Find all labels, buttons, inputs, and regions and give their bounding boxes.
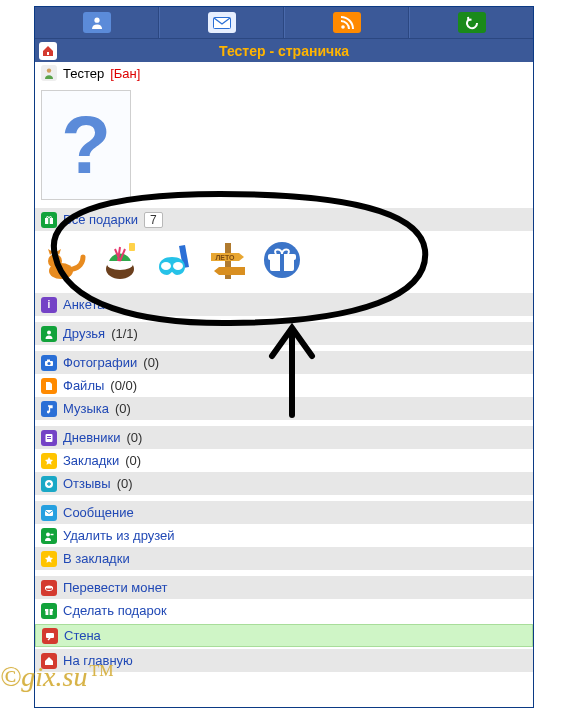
anketa-link[interactable]: Анкета xyxy=(63,297,105,312)
wall-row: Стена xyxy=(35,624,533,647)
message-row: Сообщение xyxy=(35,501,533,524)
make-gift-link[interactable]: Сделать подарок xyxy=(63,603,167,618)
files-count: (0/0) xyxy=(110,378,137,393)
wall-icon xyxy=(42,628,58,644)
home-row: На главную xyxy=(35,649,533,672)
gifts-header-row: Все подарки 7 xyxy=(35,208,533,231)
music-row: Музыка (0) xyxy=(35,397,533,420)
home-link[interactable]: На главную xyxy=(63,653,133,668)
music-icon xyxy=(41,401,57,417)
to-bookmarks-row: В закладки xyxy=(35,547,533,570)
svg-point-2 xyxy=(341,25,345,29)
user-status: [Бан] xyxy=(110,66,140,81)
svg-rect-3 xyxy=(47,52,49,55)
friends-count: (1/1) xyxy=(111,326,138,341)
transfer-link[interactable]: Перевести монет xyxy=(63,580,167,595)
remove-friend-row: Удалить из друзей xyxy=(35,524,533,547)
person-icon xyxy=(41,65,57,81)
svg-point-14 xyxy=(173,262,183,270)
diary-icon xyxy=(41,430,57,446)
top-nav xyxy=(35,7,533,38)
nav-messages[interactable] xyxy=(159,7,284,38)
gift-icon xyxy=(41,212,57,228)
gift-coconut[interactable] xyxy=(97,237,143,283)
friends-icon xyxy=(41,326,57,342)
user-name: Тестер xyxy=(63,66,104,81)
diaries-row: Дневники (0) xyxy=(35,426,533,449)
gift-snorkel[interactable] xyxy=(151,237,197,283)
bookmarks-link[interactable]: Закладки xyxy=(63,453,119,468)
bookmarks-count: (0) xyxy=(125,453,141,468)
bookmarks-row: Закладки (0) xyxy=(35,449,533,472)
friends-link[interactable]: Друзья xyxy=(63,326,105,341)
star-icon xyxy=(41,453,57,469)
reviews-icon xyxy=(41,476,57,492)
remove-friend-icon xyxy=(41,528,57,544)
svg-point-32 xyxy=(46,585,53,588)
wall-link[interactable]: Стена xyxy=(64,628,101,643)
photos-row: Фотографии (0) xyxy=(35,351,533,374)
envelope-icon xyxy=(41,505,57,521)
music-link[interactable]: Музыка xyxy=(63,401,109,416)
all-gifts-link[interactable]: Все подарки xyxy=(63,212,138,227)
make-gift-row: Сделать подарок xyxy=(35,599,533,622)
reviews-row: Отзывы (0) xyxy=(35,472,533,495)
rss-icon xyxy=(333,12,361,33)
add-star-icon xyxy=(41,551,57,567)
mail-icon xyxy=(208,12,236,33)
nav-reload[interactable] xyxy=(409,7,533,38)
friends-row: Друзья (1/1) xyxy=(35,322,533,345)
page-title: Тестер - страничка xyxy=(219,43,349,59)
to-bookmarks-link[interactable]: В закладки xyxy=(63,551,130,566)
make-gift-icon xyxy=(41,603,57,619)
profile-info-icon: i xyxy=(41,297,57,313)
reload-icon xyxy=(458,12,486,33)
files-row: Файлы (0/0) xyxy=(35,374,533,397)
svg-point-13 xyxy=(161,262,171,270)
files-link[interactable]: Файлы xyxy=(63,378,104,393)
files-icon xyxy=(41,378,57,394)
svg-point-23 xyxy=(47,361,50,364)
camera-icon xyxy=(41,355,57,371)
svg-rect-28 xyxy=(47,438,51,439)
reviews-count: (0) xyxy=(117,476,133,491)
home-button[interactable] xyxy=(39,42,57,60)
coins-icon xyxy=(41,580,57,596)
nav-rss[interactable] xyxy=(284,7,409,38)
svg-text:ЛЕТО: ЛЕТО xyxy=(215,254,235,261)
nav-profile[interactable] xyxy=(35,7,159,38)
user-header: Тестер [Бан] xyxy=(35,62,533,84)
message-link[interactable]: Сообщение xyxy=(63,505,134,520)
home-small-icon xyxy=(41,653,57,669)
photos-count: (0) xyxy=(143,355,159,370)
photos-link[interactable]: Фотографии xyxy=(63,355,137,370)
svg-rect-35 xyxy=(48,609,49,615)
svg-rect-24 xyxy=(47,359,50,361)
svg-rect-36 xyxy=(46,633,54,638)
gifts-strip: ЛЕТО xyxy=(35,231,533,293)
svg-point-0 xyxy=(94,17,99,22)
svg-point-9 xyxy=(48,254,62,268)
reviews-link[interactable]: Отзывы xyxy=(63,476,111,491)
svg-rect-20 xyxy=(280,254,284,271)
music-count: (0) xyxy=(115,401,131,416)
avatar-placeholder: ? xyxy=(61,104,111,186)
gifts-count-badge: 7 xyxy=(144,212,163,228)
svg-rect-27 xyxy=(47,436,51,437)
svg-point-25 xyxy=(47,410,50,413)
gift-summer-sign[interactable]: ЛЕТО xyxy=(205,237,251,283)
svg-point-31 xyxy=(46,532,50,536)
svg-point-4 xyxy=(47,68,51,72)
remove-friend-link[interactable]: Удалить из друзей xyxy=(63,528,175,543)
anketa-row: i Анкета xyxy=(35,293,533,316)
diaries-count: (0) xyxy=(127,430,143,445)
transfer-row: Перевести монет xyxy=(35,576,533,599)
svg-point-21 xyxy=(47,330,51,334)
avatar[interactable]: ? xyxy=(41,90,131,200)
gift-cat[interactable] xyxy=(43,237,89,283)
svg-rect-12 xyxy=(129,243,135,251)
gift-box-round[interactable] xyxy=(259,237,305,283)
diaries-link[interactable]: Дневники xyxy=(63,430,121,445)
home-icon xyxy=(42,45,54,57)
title-bar: Тестер - страничка xyxy=(35,38,533,62)
